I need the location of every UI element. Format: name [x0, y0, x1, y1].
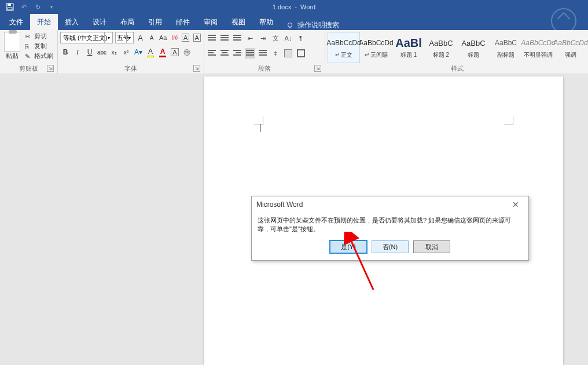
numbering-button[interactable]	[219, 33, 230, 43]
align-justify-button[interactable]	[245, 48, 255, 59]
bold-button[interactable]: B	[60, 47, 71, 57]
cut-label: 剪切	[34, 32, 47, 41]
style-item[interactable]: AaBbCcDd强调	[554, 32, 587, 63]
font-color-button[interactable]: A	[157, 47, 168, 57]
tab-references[interactable]: 引用	[141, 14, 169, 30]
borders-button[interactable]	[296, 48, 306, 59]
distribute-icon	[259, 50, 267, 57]
strikethrough-button[interactable]: abc	[97, 47, 107, 57]
ribbon-tabs: 文件 开始 插入 设计 布局 引用 邮件 审阅 视图 帮助 操作说明搜索	[0, 14, 588, 30]
tab-help[interactable]: 帮助	[252, 14, 280, 30]
highlight-swatch	[147, 56, 154, 57]
asian-layout-button[interactable]: 文	[270, 33, 281, 43]
align-left-icon	[208, 50, 216, 57]
crop-mark-tr	[504, 116, 513, 125]
font-size-combo[interactable]: 五号▾	[115, 32, 134, 43]
align-left-button[interactable]	[207, 48, 217, 59]
decrease-indent-button[interactable]: ⇤	[245, 33, 255, 43]
highlight-button[interactable]: A	[145, 47, 156, 57]
format-painter-button[interactable]: ✎格式刷	[23, 52, 55, 60]
style-label: ↵ 正文	[328, 51, 359, 59]
char-border-button[interactable]: A	[192, 32, 201, 43]
font-launcher[interactable]: ⇲	[193, 65, 200, 72]
clipboard-group-label: 剪贴板	[19, 64, 38, 73]
clear-format-button[interactable]: A	[181, 32, 190, 43]
superscript-button[interactable]: x²	[121, 47, 131, 57]
italic-button[interactable]: I	[72, 47, 83, 57]
format-painter-label: 格式刷	[34, 52, 53, 60]
line-spacing-button[interactable]: ‡	[270, 48, 281, 59]
paragraph-group-label: 段落	[258, 64, 271, 73]
tab-view[interactable]: 视图	[225, 14, 252, 30]
svg-rect-1	[8, 3, 11, 6]
style-preview: AaBbC	[490, 35, 521, 51]
brush-icon: ✎	[25, 53, 32, 60]
dialog-title: Microsoft Word	[256, 200, 303, 209]
paste-label: 粘贴	[2, 52, 22, 60]
copy-label: 复制	[34, 42, 47, 50]
styles-group-label: 样式	[451, 64, 464, 73]
char-shading-button[interactable]: A	[170, 47, 180, 57]
style-preview: AaBbCcDd	[523, 35, 554, 51]
font-name-combo[interactable]: 等线 (中文正文)▾	[60, 32, 113, 43]
distribute-button[interactable]	[258, 48, 268, 59]
clipboard-launcher[interactable]: ⇲	[47, 65, 54, 72]
dialog-yes-button[interactable]: 是(Y)	[330, 240, 367, 253]
tab-mailings[interactable]: 邮件	[169, 14, 197, 30]
tab-insert[interactable]: 插入	[58, 14, 86, 30]
tab-home[interactable]: 开始	[30, 14, 58, 30]
style-label: ↵ 无间隔	[361, 51, 392, 59]
bullets-button[interactable]	[207, 33, 217, 43]
style-item[interactable]: AaBbCcDd↵ 无间隔	[360, 32, 392, 63]
underline-button[interactable]: U	[84, 47, 95, 57]
align-center-button[interactable]	[219, 48, 230, 59]
style-item[interactable]: AaBbC标题	[457, 32, 490, 63]
text-cursor	[260, 124, 260, 132]
tab-file[interactable]: 文件	[2, 14, 30, 30]
paragraph-launcher[interactable]: ⇲	[314, 65, 321, 72]
cut-button[interactable]: ✂剪切	[23, 32, 55, 41]
redo-button[interactable]: ↻	[31, 1, 44, 13]
dialog-no-button[interactable]: 否(N)	[372, 240, 409, 253]
numbering-icon	[220, 35, 229, 42]
copy-button[interactable]: ⎘复制	[23, 42, 55, 50]
change-case-button[interactable]: Aa	[159, 32, 168, 43]
style-item[interactable]: AaBl标题 1	[392, 32, 425, 63]
show-marks-button[interactable]: ¶	[296, 33, 306, 43]
increase-indent-button[interactable]: ⇥	[258, 33, 268, 43]
style-item[interactable]: AaBbC副标题	[490, 32, 522, 63]
tab-layout[interactable]: 布局	[113, 14, 141, 30]
tell-me-search[interactable]: 操作说明搜索	[286, 20, 339, 30]
save-button[interactable]	[3, 1, 16, 13]
phonetic-guide-button[interactable]: 🄐	[170, 32, 179, 43]
style-preview: AaBl	[393, 35, 424, 51]
dialog-cancel-button[interactable]: 取消	[413, 240, 450, 253]
align-right-button[interactable]	[232, 48, 242, 59]
redo-icon: ↻	[35, 3, 41, 11]
clear-format-icon: A	[182, 34, 189, 42]
tab-design[interactable]: 设计	[86, 14, 113, 30]
grow-font-button[interactable]: A	[136, 32, 145, 43]
styles-gallery[interactable]: AaBbCcDd↵ 正文AaBbCcDd↵ 无间隔AaBl标题 1AaBbC标题…	[328, 32, 587, 63]
sort-button[interactable]: A↓	[283, 33, 293, 43]
multilevel-button[interactable]	[232, 33, 242, 43]
close-icon: ✕	[512, 200, 519, 209]
style-item[interactable]: AaBbC标题 2	[425, 32, 457, 63]
style-item[interactable]: AaBbCcDd↵ 正文	[328, 32, 360, 63]
qat-customize[interactable]: ▾	[45, 1, 58, 13]
tab-review[interactable]: 审阅	[197, 14, 225, 30]
enclose-char-button[interactable]: ㊕	[182, 47, 192, 57]
shading-button[interactable]	[283, 48, 293, 59]
text-effects-button[interactable]: A▾	[133, 47, 144, 57]
dialog-close-button[interactable]: ✕	[508, 198, 524, 211]
group-font: 等线 (中文正文)▾ 五号▾ A A Aa 🄐 A A B I U abc x₂…	[58, 30, 204, 74]
style-preview: AaBbCcDd	[361, 35, 392, 51]
align-center-icon	[220, 50, 229, 57]
paste-button[interactable]: 粘贴	[2, 32, 22, 64]
highlight-A: A	[148, 48, 153, 56]
shrink-font-button[interactable]: A	[147, 32, 156, 43]
style-item[interactable]: AaBbCcDd不明显强调	[522, 32, 554, 63]
undo-button[interactable]: ↶	[17, 1, 30, 13]
subscript-button[interactable]: x₂	[109, 47, 119, 57]
style-label: 不明显强调	[523, 51, 554, 59]
